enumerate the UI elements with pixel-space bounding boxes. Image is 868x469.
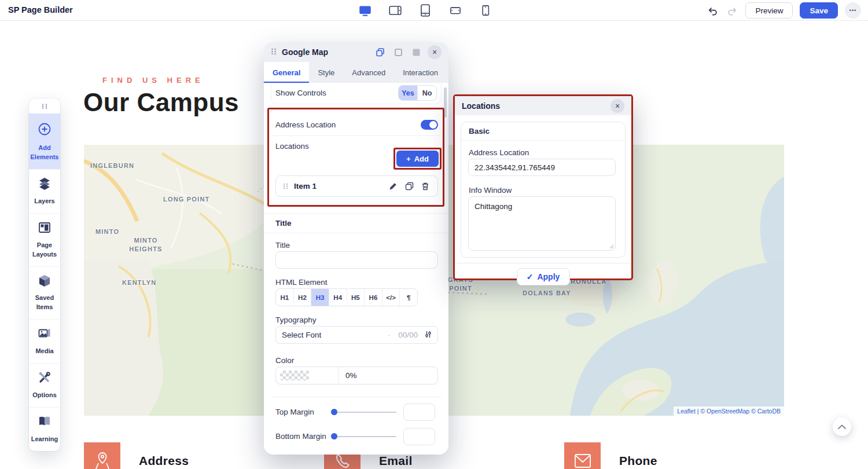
dock-left-icon[interactable] (392, 46, 404, 58)
section-heading-title: Title (275, 219, 292, 228)
map-place-label: LONG POINT (163, 196, 209, 203)
drag-handle-icon[interactable] (283, 181, 288, 192)
color-label: Color (275, 356, 294, 365)
sidebar-item-label: Page Layouts (30, 241, 59, 259)
sidebar-item-options[interactable]: Options (29, 363, 60, 407)
show-controls-no[interactable]: No (418, 86, 436, 100)
modal-header[interactable]: Google Map × (264, 42, 448, 62)
color-row: 0% (275, 367, 438, 384)
locations-label: Locations (275, 142, 309, 151)
image-icon (38, 327, 51, 343)
book-icon (38, 415, 51, 431)
font-select[interactable]: Select Font (282, 331, 321, 339)
preview-button[interactable]: Preview (745, 2, 793, 19)
drag-handle-icon[interactable] (271, 47, 277, 57)
show-controls-toggle: Yes No (398, 85, 437, 101)
popup-header[interactable]: Locations × (455, 96, 631, 115)
sidebar-item-learning[interactable]: Learning (29, 407, 60, 451)
sidebar-item-saved-items[interactable]: Saved Items (29, 266, 60, 320)
scroll-to-top-button[interactable] (833, 417, 851, 436)
plus-circle-icon (37, 122, 52, 140)
page: INGLEBURN LONG POINT MINTO MINTO HEIGHTS… (0, 0, 868, 469)
html-element-label: HTML Element (275, 278, 328, 287)
sidebar-item-label: Saved Items (30, 294, 59, 312)
desktop-icon[interactable] (358, 3, 373, 18)
html-el-h4[interactable]: H4 (329, 289, 347, 306)
basic-section-heading: Basic (461, 122, 625, 141)
top-margin-label: Top Margin (275, 408, 314, 416)
dock-right-icon[interactable] (410, 46, 422, 58)
map-place-label: INGLEBURN (90, 162, 134, 169)
bottom-margin-slider[interactable] (332, 436, 396, 437)
html-el-code[interactable]: </> (382, 289, 400, 306)
html-el-h1[interactable]: H1 (276, 289, 294, 306)
bottom-margin-input[interactable] (403, 428, 435, 445)
sidebar-item-layers[interactable]: Layers (29, 169, 60, 213)
duplicate-icon[interactable] (404, 181, 414, 192)
html-el-h2[interactable]: H2 (294, 289, 312, 306)
map-place-label: MINTO HEIGHTS (123, 236, 168, 254)
address-location-switch[interactable] (421, 120, 438, 130)
save-button[interactable]: Save (800, 2, 838, 19)
font-size-value[interactable]: 00/00 (398, 331, 418, 339)
location-item-row[interactable]: Item 1 (275, 175, 438, 197)
modal-scrollbar[interactable] (444, 87, 447, 118)
color-swatch-cell[interactable] (276, 367, 339, 384)
sidebar-item-label: Options (32, 391, 57, 400)
float-window-icon[interactable] (374, 46, 387, 58)
edit-icon[interactable] (388, 181, 398, 192)
map-pin-icon (84, 442, 120, 469)
app-title: SP Page Builder (8, 5, 73, 14)
tablet-portrait-icon[interactable] (418, 3, 433, 18)
html-el-paragraph[interactable]: ¶ (400, 289, 417, 306)
tab-style[interactable]: Style (309, 62, 343, 83)
html-el-h3[interactable]: H3 (311, 289, 329, 306)
close-icon[interactable]: × (428, 45, 442, 59)
tab-interaction[interactable]: Interaction (394, 62, 447, 83)
address-location-label: Address Location (275, 120, 336, 129)
cube-icon (38, 274, 51, 290)
trash-icon[interactable] (420, 181, 431, 192)
address-location-input[interactable] (468, 159, 616, 176)
html-el-h5[interactable]: H5 (347, 289, 365, 306)
html-element-selector: H1 H2 H3 H4 H5 H6 </> ¶ (275, 288, 418, 306)
locations-popup: Locations × Basic Address Location Info … (453, 94, 633, 280)
color-opacity-value[interactable]: 0% (345, 371, 357, 380)
show-controls-label: Show Controls (275, 89, 326, 97)
title-input[interactable] (275, 251, 438, 269)
popup-address-label: Address Location (469, 148, 529, 157)
drag-handle-icon[interactable] (29, 98, 60, 113)
tab-general[interactable]: General (264, 62, 309, 83)
plus-icon: + (406, 155, 411, 163)
layout-icon (38, 221, 51, 237)
top-margin-input[interactable] (403, 404, 435, 421)
redo-icon[interactable] (726, 4, 738, 17)
close-icon[interactable]: × (610, 99, 624, 113)
phone-landscape-icon[interactable] (448, 3, 463, 18)
add-location-button[interactable]: + Add (396, 151, 439, 167)
transparent-swatch[interactable] (280, 371, 309, 380)
typography-row[interactable]: Select Font · 00/00 (275, 326, 438, 344)
info-window-textarea[interactable]: Chittagong (468, 196, 616, 251)
more-options-button[interactable]: ••• (845, 2, 861, 19)
google-map-settings-modal: Google Map × General Style Advanced Inte… (264, 42, 448, 455)
location-item-label: Item 1 (294, 182, 382, 190)
map-place-label: MINTO (95, 228, 119, 235)
sidebar-item-add-elements[interactable]: Add Elements (29, 113, 60, 169)
map-place-label: KENTLYN (122, 279, 156, 286)
html-el-h6[interactable]: H6 (365, 289, 382, 306)
apply-button[interactable]: ✓ Apply (517, 268, 570, 285)
sidebar-item-page-layouts[interactable]: Page Layouts (29, 213, 60, 266)
phone-portrait-icon[interactable] (478, 3, 493, 18)
tablet-landscape-icon[interactable] (388, 3, 403, 18)
undo-icon[interactable] (706, 4, 719, 17)
show-controls-yes[interactable]: Yes (399, 86, 418, 100)
top-margin-slider[interactable] (332, 412, 396, 413)
layers-icon (38, 177, 51, 193)
sliders-icon[interactable] (425, 331, 432, 340)
sidebar-item-media[interactable]: Media (29, 319, 60, 363)
tab-advanced[interactable]: Advanced (343, 62, 394, 83)
map-attribution[interactable]: Leaflet | © OpenStreetMap © CartoDB (674, 406, 784, 416)
popup-title: Locations (462, 101, 610, 111)
typography-label: Typography (275, 316, 317, 324)
